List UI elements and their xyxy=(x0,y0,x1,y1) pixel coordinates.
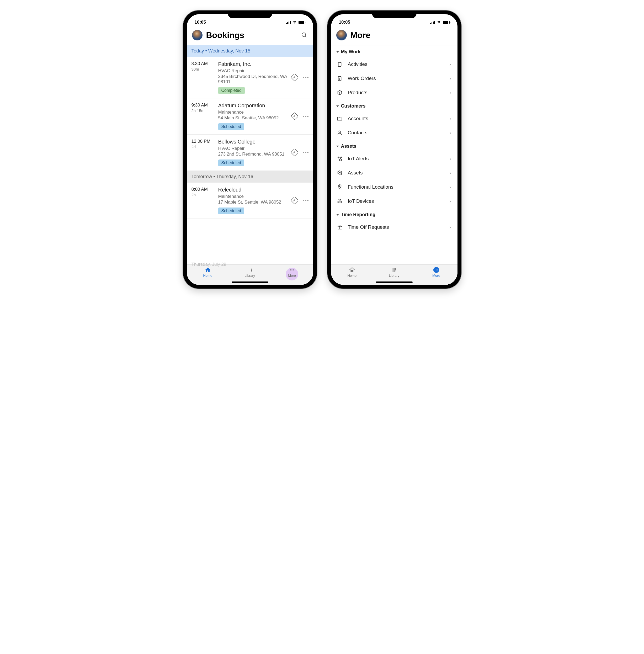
home-indicator[interactable] xyxy=(376,281,413,283)
directions-button[interactable] xyxy=(291,112,299,121)
tab-library[interactable]: Library xyxy=(382,267,406,277)
home-icon xyxy=(348,267,356,273)
start-time: 12:00 PM xyxy=(191,139,216,144)
svg-point-8 xyxy=(293,269,294,270)
more-button[interactable] xyxy=(303,200,308,201)
start-time: 8:30 AM xyxy=(191,61,216,66)
svg-line-1 xyxy=(305,36,306,37)
home-indicator[interactable] xyxy=(232,281,268,283)
library-icon xyxy=(246,267,253,273)
customer-name: Adatum Corporation xyxy=(218,103,288,109)
tab-label: Library xyxy=(389,274,399,277)
address: 273 2nd St, Redmond, WA 98051 xyxy=(218,152,288,157)
phone-more: 10:05 More My Work Activities › Work Ord… xyxy=(327,10,461,289)
section-header[interactable]: Assets xyxy=(331,140,458,152)
more-menu[interactable]: My Work Activities › Work Orders › Produ… xyxy=(331,45,458,265)
menu-item-activities[interactable]: Activities › xyxy=(331,57,458,71)
router-icon xyxy=(336,198,343,205)
customer-name: Fabrikam, Inc. xyxy=(218,61,288,67)
duration: 2d xyxy=(191,144,216,149)
tab-bar: Home Library More xyxy=(331,265,458,285)
avatar[interactable] xyxy=(192,30,203,40)
duration: 2h xyxy=(191,193,216,197)
chevron-right-icon: › xyxy=(450,199,451,204)
tab-bar: Home Library More xyxy=(187,265,313,285)
clipboard-icon xyxy=(336,61,343,68)
menu-item-work-orders[interactable]: Work Orders › xyxy=(331,71,458,86)
status-time: 10:05 xyxy=(339,20,350,25)
notch xyxy=(228,10,272,18)
section-header[interactable]: My Work xyxy=(331,45,458,57)
page-title: More xyxy=(350,30,452,40)
service-type: Maintenance xyxy=(218,110,288,115)
search-button[interactable] xyxy=(301,31,308,39)
svg-text:!: ! xyxy=(341,159,342,161)
tab-home[interactable]: Home xyxy=(196,267,220,277)
tab-home[interactable]: Home xyxy=(340,267,364,277)
avatar[interactable] xyxy=(336,30,347,40)
chevron-right-icon: › xyxy=(450,130,451,136)
menu-item-functional-locations[interactable]: Functional Locations › xyxy=(331,180,458,194)
menu-item-iot-alerts[interactable]: ! IoT Alerts › xyxy=(331,152,458,166)
svg-point-20 xyxy=(339,186,340,187)
menu-item-iot-devices[interactable]: IoT Devices › xyxy=(331,194,458,208)
section-header[interactable]: Customers xyxy=(331,100,458,112)
menu-label: IoT Alerts xyxy=(348,156,445,162)
clipboard-alert-icon xyxy=(336,75,343,82)
address: 2345 Birchwood Dr, Redmond, WA 98101 xyxy=(218,74,288,85)
booking-actions xyxy=(291,73,308,82)
bookings-list[interactable]: Today • Wednesday, Nov 15 8:30 AM 30m Fa… xyxy=(187,45,313,265)
more-button[interactable] xyxy=(303,77,308,78)
booking-row[interactable]: 8:00 AM 2h Relecloud Maintenance 17 Mapl… xyxy=(187,183,313,219)
menu-item-assets[interactable]: Assets › xyxy=(331,166,458,180)
duration: 2h 15m xyxy=(191,108,216,113)
box-icon xyxy=(336,89,343,96)
svg-point-0 xyxy=(302,33,306,37)
iot-alert-icon: ! xyxy=(336,155,343,162)
booking-row[interactable]: 9:30 AM 2h 15m Adatum Corporation Mainte… xyxy=(187,98,313,135)
library-icon xyxy=(390,267,398,273)
menu-label: Time Off Requests xyxy=(348,224,445,230)
address: 17 Maple St, Seattle, WA 98052 xyxy=(218,200,288,205)
directions-button[interactable] xyxy=(291,148,299,157)
booking-actions xyxy=(291,112,308,121)
menu-item-time-off-requests[interactable]: Time Off Requests › xyxy=(331,220,458,234)
directions-button[interactable] xyxy=(291,196,299,205)
tab-library[interactable]: Library xyxy=(238,267,261,277)
booking-row[interactable]: 12:00 PM 2d Bellows College HVAC Repair … xyxy=(187,135,313,171)
status-badge: Completed xyxy=(218,87,245,94)
status-badge: Scheduled xyxy=(218,159,245,166)
chevron-right-icon: › xyxy=(450,62,451,67)
booking-row[interactable]: 8:30 AM 30m Fabrikam, Inc. HVAC Repair 2… xyxy=(187,57,313,98)
menu-item-products[interactable]: Products › xyxy=(331,86,458,100)
section-title: Assets xyxy=(341,143,356,149)
menu-label: IoT Devices xyxy=(348,198,445,204)
chevron-down-icon xyxy=(336,106,339,107)
page-title: Bookings xyxy=(206,30,297,40)
service-type: Maintenance xyxy=(218,194,288,199)
vacation-icon xyxy=(336,224,343,231)
battery-icon xyxy=(299,21,305,24)
menu-label: Accounts xyxy=(348,116,445,121)
chevron-right-icon: › xyxy=(450,170,451,176)
menu-item-contacts[interactable]: Contacts › xyxy=(331,126,458,140)
status-badge: Scheduled xyxy=(218,207,245,214)
date-header: Today • Wednesday, Nov 15 xyxy=(187,45,313,57)
tab-more[interactable]: More xyxy=(424,267,448,277)
svg-point-18 xyxy=(339,160,340,161)
booking-time: 9:30 AM 2h 15m xyxy=(191,103,216,113)
notch xyxy=(372,10,417,18)
customer-name: Relecloud xyxy=(218,187,288,193)
svg-point-17 xyxy=(341,157,342,158)
chevron-right-icon: › xyxy=(450,156,451,162)
menu-item-accounts[interactable]: Accounts › xyxy=(331,112,458,126)
more-button[interactable] xyxy=(303,152,308,153)
chevron-right-icon: › xyxy=(450,116,451,121)
service-type: HVAC Repair xyxy=(218,146,288,151)
more-button[interactable] xyxy=(303,116,308,117)
section-header[interactable]: Time Reporting xyxy=(331,208,458,220)
directions-button[interactable] xyxy=(291,73,299,82)
tab-more[interactable]: More xyxy=(280,267,304,277)
screen: 10:05 More My Work Activities › Work Ord… xyxy=(331,14,458,285)
signal-icon xyxy=(430,21,435,24)
